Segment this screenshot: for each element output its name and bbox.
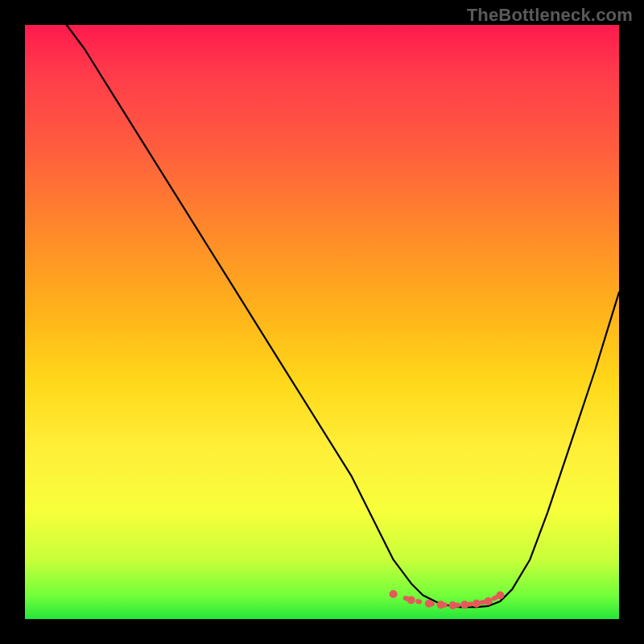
optimal-zone-marker <box>485 597 493 605</box>
optimal-zone-marker <box>390 590 398 598</box>
bottleneck-curve <box>67 25 619 607</box>
watermark-text: TheBottleneck.com <box>467 5 633 26</box>
optimal-zone-marker <box>473 600 481 608</box>
chart-frame: TheBottleneck.com <box>0 0 644 644</box>
curve-svg <box>25 25 619 619</box>
optimal-zone-marker <box>496 592 504 600</box>
optimal-zone-marker <box>437 601 445 609</box>
plot-area <box>25 25 619 619</box>
optimal-zone-marker <box>448 601 456 609</box>
optimal-zone-marker <box>407 596 415 604</box>
optimal-zone-marker <box>460 601 469 609</box>
optimal-zone-marker <box>425 600 433 608</box>
